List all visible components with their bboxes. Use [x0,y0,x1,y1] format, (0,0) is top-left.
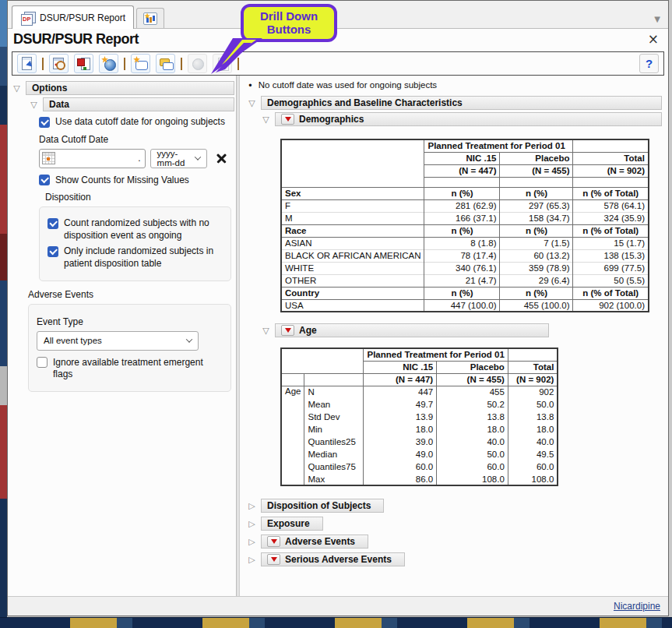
use-cutoff-row: Use data cutoff date for ongoing subject… [39,116,231,129]
section-exposure: ▷Exposure [246,517,662,531]
journal-button[interactable] [74,54,93,73]
options-header-label: Options [32,83,67,93]
disclosure-closed-icon[interactable]: ▷ [246,538,258,546]
page-title: DSUR/PSUR Report [13,31,139,48]
cutoff-note-text: No cutoff date was used for ongoing subj… [259,80,437,91]
checkbox[interactable] [47,246,58,257]
data-table-button[interactable] [49,54,69,73]
options-panel: ▽ Options ▽ Data Use data cutoff date fo… [8,76,236,596]
disposition-options: Count randomized subjects with no dispos… [47,217,223,270]
tab-label: DSUR/PSUR Report [40,12,125,23]
disclosure-open-icon[interactable]: ▽ [246,99,258,108]
new-window-button[interactable] [99,54,118,73]
disclosure-open-icon[interactable]: ▽ [28,101,40,109]
event-type-value: All event types [44,336,102,345]
ignore-flags-checkbox[interactable] [37,357,47,368]
age-table: Planned Treatment for Period 01NIC .15Pl… [280,348,558,486]
ignore-flags-label: Ignore available treatment emergent flag… [53,357,223,381]
section-header-bar[interactable]: Exposure [261,517,323,531]
demographics-table: Planned Treatment for Period 01NIC .15Pl… [280,139,649,312]
toolbar-buttons [17,54,239,73]
calendar-icon[interactable] [42,152,55,164]
report-icon [19,56,34,71]
tab-bar: DP DSUR/PSUR Report ▼ [8,1,668,29]
age-header-label: Age [299,325,317,336]
event-type-dropdown[interactable]: All event types [37,331,199,351]
tab-dsur-psur-report[interactable]: DP DSUR/PSUR Report [12,5,134,29]
help-button[interactable]: ? [639,54,659,73]
globe-icon [190,56,205,71]
checkbox-label: Count randomized subjects with no dispos… [64,217,223,242]
disclosure-closed-icon[interactable]: ▷ [246,556,258,564]
taskbar-background [0,617,672,628]
adverse-events-groupbox: Event Type All event types Ignore availa… [28,304,231,392]
chevron-down-icon [195,153,201,160]
demographics-header-label: Demographics [299,114,364,125]
demographics-outline: ▽ Demographics [260,112,662,126]
age-header-bar[interactable]: Age [275,323,549,337]
drill-down-button[interactable] [267,554,280,565]
disposition-label: Disposition [45,192,231,203]
dp-document-icon: DP [20,12,35,24]
callout-drill-down: Drill Down Buttons [241,4,337,42]
tab-chart[interactable] [136,8,164,28]
section-header-bar[interactable]: Adverse Events [261,535,368,549]
callout-tail [211,38,267,77]
app-window: DP DSUR/PSUR Report ▼ DSUR/PSUR Report ×… [7,0,669,616]
tab-list-arrow-icon[interactable]: ▼ [654,15,660,23]
show-missing-label: Show Counts for Missing Values [55,175,189,187]
cutoff-date-row: . yyyy-mm-dd [39,149,231,168]
checkbox[interactable] [47,218,58,229]
disclosure-open-icon[interactable]: ▽ [11,84,23,93]
disclosure-closed-icon[interactable]: ▷ [246,520,258,528]
disposition-option-0: Count randomized subjects with no dispos… [47,217,223,242]
red-triangle-icon [285,328,291,333]
cutoff-note: • No cutoff date was used for ongoing su… [248,80,662,91]
options-header-bar[interactable]: Options [26,81,234,95]
clear-date-button[interactable] [212,149,231,168]
toolbar-separator [181,58,182,70]
adverse-events-label: Adverse Events [28,289,231,300]
date-format-dropdown[interactable]: yyyy-mm-dd [150,149,207,168]
journal-icon [76,56,91,71]
data-outline: ▽ Data [28,97,234,111]
disposition-option-1: Only include randomized subjects in pati… [47,245,223,270]
status-bar: Nicardipine [8,596,668,616]
disclosure-closed-icon[interactable]: ▷ [246,502,258,510]
disclosure-open-icon[interactable]: ▽ [260,326,272,335]
checkbox-label: Only include randomized subjects in pati… [64,245,223,270]
section-label: Adverse Events [285,536,355,547]
section-serious-adverse-events: ▷Serious Adverse Events [246,552,662,566]
disposition-groupbox: Count randomized subjects with no dispos… [39,206,231,280]
data-header-bar[interactable]: Data [43,97,234,111]
chart-tab-icon [143,12,157,25]
add-note-button[interactable] [131,54,150,73]
toolbar-separator [42,58,44,70]
toolbar: ? [12,51,664,76]
globe-button[interactable] [188,54,207,73]
date-format-value: yyyy-mm-dd [157,149,189,168]
chevron-down-icon [186,336,192,342]
drill-down-button[interactable] [281,114,294,125]
close-icon[interactable]: × [645,33,662,46]
section-header-bar[interactable]: Serious Adverse Events [261,552,405,566]
add-note-icon [133,56,148,71]
disclosure-open-icon[interactable]: ▽ [260,115,272,124]
section-header-bar[interactable]: Disposition of Subjects [261,499,384,513]
drill-down-button[interactable] [267,536,280,547]
report-panel: • No cutoff date was used for ongoing su… [240,76,668,596]
drill-down-button[interactable] [281,325,294,336]
use-cutoff-checkbox[interactable] [39,117,50,128]
view-notes-button[interactable] [156,54,175,73]
section-label: Exposure [267,518,310,529]
view-notes-icon [158,56,173,71]
age-outline: ▽ Age [260,323,662,337]
show-missing-checkbox[interactable] [39,175,50,185]
cutoff-date-input[interactable]: . [39,149,146,168]
study-link[interactable]: Nicardipine [614,601,660,612]
demographics-baseline-header-bar[interactable]: Demographics and Baseline Characteristic… [261,96,662,110]
report-button[interactable] [17,54,37,73]
report-title-bar: DSUR/PSUR Report × [8,29,668,50]
show-missing-row: Show Counts for Missing Values [39,175,231,187]
demographics-header-bar[interactable]: Demographics [275,112,662,126]
